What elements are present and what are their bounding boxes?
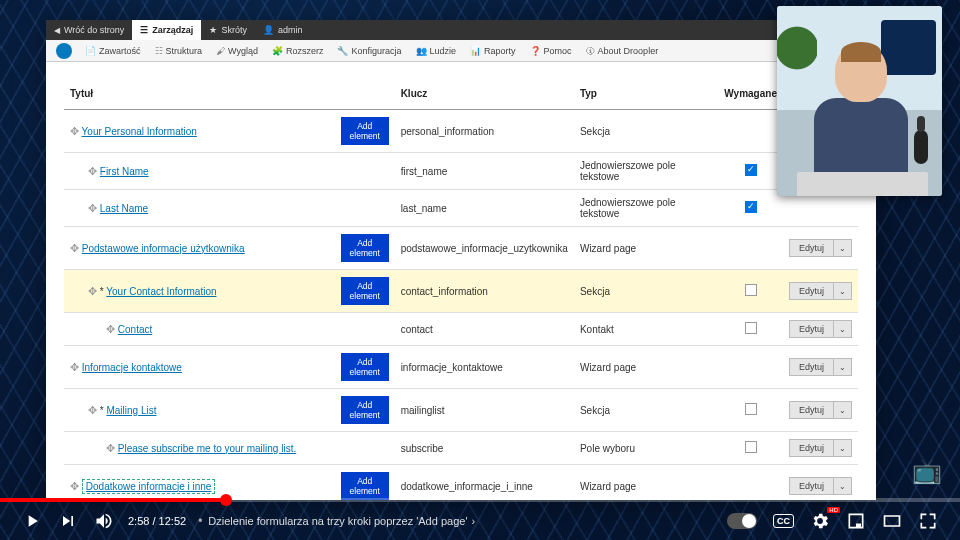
element-link[interactable]: Dodatkowe informacje i inne	[86, 481, 212, 492]
edit-dropdown[interactable]: ⌄	[834, 320, 852, 338]
admin-menubar: 📄Zawartość ☷Struktura 🖌Wygląd 🧩Rozszerz …	[46, 40, 876, 62]
required-cell	[718, 110, 783, 153]
menu-people[interactable]: 👥Ludzie	[409, 46, 464, 56]
edit-dropdown[interactable]: ⌄	[834, 282, 852, 300]
edit-button[interactable]: Edytuj	[789, 282, 834, 300]
required-cell	[718, 346, 783, 389]
drag-handle-icon[interactable]: ✥	[88, 285, 97, 298]
type-cell: Jednowierszowe pole tekstowe	[574, 190, 718, 227]
element-link[interactable]: Mailing List	[106, 405, 156, 416]
play-button[interactable]	[14, 511, 50, 531]
watch-later-icon[interactable]: 📺	[912, 457, 942, 485]
table-row: ✥ * Your Contact InformationAdd elementc…	[64, 270, 858, 313]
type-cell: Sekcja	[574, 270, 718, 313]
type-cell: Wizard page	[574, 465, 718, 501]
edit-button[interactable]: Edytuj	[789, 320, 834, 338]
admin-user[interactable]: 👤admin	[255, 20, 311, 40]
key-cell: contact	[395, 313, 574, 346]
drag-handle-icon[interactable]: ✥	[106, 323, 115, 336]
checkbox-checked[interactable]	[745, 164, 757, 176]
chevron-right-icon: ›	[471, 515, 475, 527]
volume-button[interactable]	[86, 511, 122, 531]
edit-dropdown[interactable]: ⌄	[834, 401, 852, 419]
autoplay-toggle[interactable]	[719, 513, 765, 529]
edit-dropdown[interactable]: ⌄	[834, 439, 852, 457]
drag-handle-icon[interactable]: ✥	[88, 202, 97, 215]
captions-button[interactable]: CC	[765, 514, 802, 528]
add-element-button[interactable]: Add element	[341, 234, 389, 262]
table-row: ✥ Dodatkowe informacje i inneAdd element…	[64, 465, 858, 501]
add-element-button[interactable]: Add element	[341, 472, 389, 500]
add-element-button[interactable]: Add element	[341, 353, 389, 381]
menu-content[interactable]: 📄Zawartość	[78, 46, 148, 56]
element-link[interactable]: Informacje kontaktowe	[82, 362, 182, 373]
element-link[interactable]: Last Name	[100, 203, 148, 214]
edit-button[interactable]: Edytuj	[789, 439, 834, 457]
wrench-icon: 🔧	[337, 46, 348, 56]
element-link[interactable]: First Name	[100, 166, 149, 177]
menu-extend[interactable]: 🧩Rozszerz	[265, 46, 331, 56]
miniplayer-button[interactable]	[838, 511, 874, 531]
edit-button[interactable]: Edytuj	[789, 358, 834, 376]
checkbox-checked[interactable]	[745, 201, 757, 213]
people-icon: 👥	[416, 46, 427, 56]
next-button[interactable]	[50, 511, 86, 531]
menu-config[interactable]: 🔧Konfiguracja	[330, 46, 408, 56]
drag-handle-icon[interactable]: ✥	[70, 480, 79, 493]
add-element-button[interactable]: Add element	[341, 117, 389, 145]
menu-reports[interactable]: 📊Raporty	[463, 46, 523, 56]
drag-handle-icon[interactable]: ✥	[88, 404, 97, 417]
drupal-logo-icon[interactable]	[56, 43, 72, 59]
checkbox[interactable]	[745, 403, 757, 415]
type-cell: Pole wyboru	[574, 432, 718, 465]
key-cell: subscribe	[395, 432, 574, 465]
back-to-site[interactable]: ◀Wróć do strony	[46, 20, 132, 40]
type-cell: Sekcja	[574, 389, 718, 432]
back-icon: ◀	[54, 26, 60, 35]
element-link[interactable]: Podstawowe informacje użytkownika	[82, 243, 245, 254]
required-cell	[718, 153, 783, 190]
element-link[interactable]: Your Personal Information	[82, 126, 197, 137]
table-row: ✥ Last Namelast_nameJednowierszowe pole …	[64, 190, 858, 227]
element-link[interactable]: Your Contact Information	[106, 286, 216, 297]
element-link[interactable]: Please subscribe me to your mailing list…	[118, 443, 296, 454]
elements-table: Tytuł Klucz Typ Wymagane O ✥ Your Person…	[64, 78, 858, 500]
edit-dropdown[interactable]: ⌄	[834, 239, 852, 257]
checkbox[interactable]	[745, 322, 757, 334]
checkbox[interactable]	[745, 284, 757, 296]
add-element-button[interactable]: Add element	[341, 277, 389, 305]
drag-handle-icon[interactable]: ✥	[70, 361, 79, 374]
drag-handle-icon[interactable]: ✥	[70, 242, 79, 255]
required-cell	[718, 190, 783, 227]
key-cell: mailinglist	[395, 389, 574, 432]
drag-handle-icon[interactable]: ✥	[88, 165, 97, 178]
edit-button[interactable]: Edytuj	[789, 239, 834, 257]
fullscreen-button[interactable]	[910, 511, 946, 531]
table-row: ✥ Please subscribe me to your mailing li…	[64, 432, 858, 465]
required-cell	[718, 389, 783, 432]
add-element-button[interactable]: Add element	[341, 396, 389, 424]
required-cell	[718, 465, 783, 501]
settings-button[interactable]: HD	[802, 511, 838, 531]
edit-button[interactable]: Edytuj	[789, 477, 834, 495]
menu-appearance[interactable]: 🖌Wygląd	[209, 46, 265, 56]
user-icon: 👤	[263, 25, 274, 35]
drag-handle-icon[interactable]: ✥	[106, 442, 115, 455]
element-link[interactable]: Contact	[118, 324, 152, 335]
table-row: ✥ Your Personal InformationAdd elementpe…	[64, 110, 858, 153]
edit-dropdown[interactable]: ⌄	[834, 477, 852, 495]
time-display: 2:58 / 12:52	[122, 515, 192, 527]
shortcuts-tab[interactable]: ★Skróty	[201, 20, 255, 40]
menu-structure[interactable]: ☷Struktura	[148, 46, 210, 56]
edit-dropdown[interactable]: ⌄	[834, 358, 852, 376]
chart-icon: 📊	[470, 46, 481, 56]
checkbox[interactable]	[745, 441, 757, 453]
menu-help[interactable]: ❓Pomoc	[523, 46, 579, 56]
menu-about[interactable]: 🛈About Droopler	[579, 46, 666, 56]
theater-button[interactable]	[874, 511, 910, 531]
edit-button[interactable]: Edytuj	[789, 401, 834, 419]
manage-tab[interactable]: ☰Zarządzaj	[132, 20, 201, 40]
table-row: ✥ ContactcontactKontaktEdytuj⌄	[64, 313, 858, 346]
drag-handle-icon[interactable]: ✥	[70, 125, 79, 138]
chapter-title[interactable]: Dzielenie formularza na trzy kroki poprz…	[208, 515, 475, 527]
